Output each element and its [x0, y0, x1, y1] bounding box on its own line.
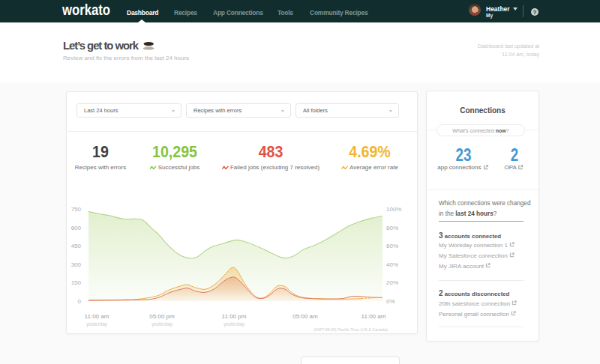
svg-text:11:00 pm: 11:00 pm	[222, 313, 247, 320]
svg-text:750: 750	[71, 206, 82, 213]
svg-text:300: 300	[71, 261, 82, 268]
svg-text:yesterday: yesterday	[86, 321, 108, 327]
svg-text:11:00 am: 11:00 am	[362, 313, 386, 320]
svg-text:150: 150	[71, 279, 82, 286]
svg-text:0: 0	[78, 298, 82, 305]
svg-text:11:00 am: 11:00 am	[85, 313, 110, 320]
svg-text:yesterday: yesterday	[152, 321, 173, 327]
svg-text:80%: 80%	[386, 225, 398, 231]
svg-text:05:00 am: 05:00 am	[292, 313, 318, 320]
svg-text:40%: 40%	[386, 261, 398, 268]
svg-text:0%: 0%	[386, 298, 395, 305]
svg-text:05:00 pm: 05:00 pm	[149, 313, 175, 320]
svg-text:yesterday: yesterday	[224, 321, 245, 327]
svg-text:100%: 100%	[386, 206, 401, 213]
svg-text:(GMT-08:00) Pacific Time (US &: (GMT-08:00) Pacific Time (US & Canada)	[314, 327, 388, 332]
svg-text:20%: 20%	[386, 279, 398, 286]
svg-text:450: 450	[71, 243, 82, 249]
svg-text:60%: 60%	[386, 243, 398, 249]
svg-text:600: 600	[71, 225, 82, 231]
